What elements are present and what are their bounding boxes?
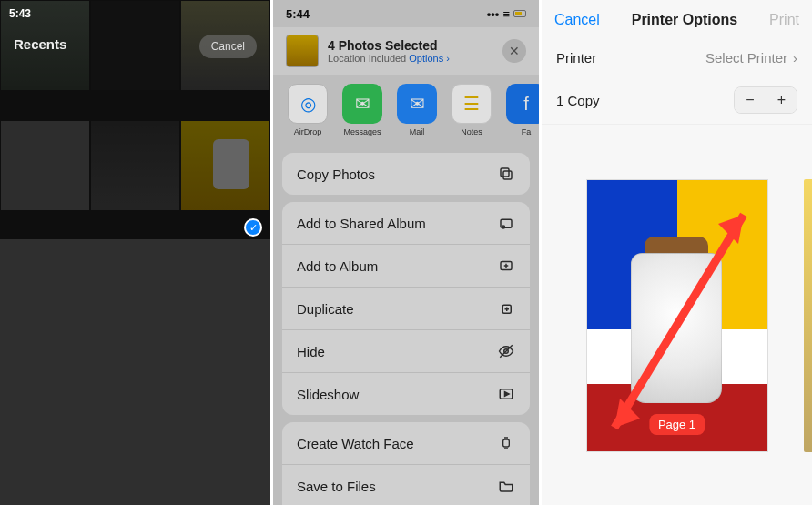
printer-options-panel: Cancel Printer Options Print Printer Sel… <box>542 0 812 505</box>
action-create-watch-face[interactable]: Create Watch Face <box>282 422 530 464</box>
copy-icon <box>497 165 515 183</box>
messages-icon: ✉ <box>342 84 382 124</box>
share-messages[interactable]: ✉Messages <box>342 84 382 136</box>
selection-check-icon[interactable]: ✓ <box>244 218 262 237</box>
play-rect-icon <box>497 385 515 403</box>
clock: 5:43 <box>9 7 31 20</box>
svg-marker-9 <box>505 392 510 397</box>
status-bar: 5:43 <box>0 0 270 27</box>
print-preview-page[interactable]: Page 1 <box>586 179 768 452</box>
clock: 5:44 <box>286 7 310 21</box>
options-link[interactable]: Options <box>409 53 443 64</box>
selection-count: 4 Photos Selected <box>328 38 493 53</box>
duplicate-icon <box>497 299 515 318</box>
copies-row: 1 Copy − + <box>542 76 812 125</box>
copies-stepper[interactable]: − + <box>734 86 797 114</box>
share-targets-row: ◎AirDrop ✉Messages ✉Mail ☰Notes fFa <box>273 75 539 146</box>
share-facebook[interactable]: fFa <box>506 84 539 136</box>
cancel-button[interactable]: Cancel <box>199 35 257 58</box>
status-bar: 5:44 •••≡ <box>273 0 539 27</box>
print-preview-area[interactable]: Page 1 <box>542 179 812 452</box>
dark-background <box>0 239 270 505</box>
printer-row[interactable]: Printer Select Printer› <box>542 40 812 76</box>
page-title: Printer Options <box>632 12 737 28</box>
page-badge: Page 1 <box>649 414 705 435</box>
printer-label: Printer <box>556 50 596 66</box>
airdrop-icon: ◎ <box>288 84 328 124</box>
share-airdrop[interactable]: ◎AirDrop <box>288 84 328 136</box>
svg-rect-10 <box>503 439 510 447</box>
action-group: Copy Photos <box>282 153 530 195</box>
eye-slash-icon <box>497 342 515 360</box>
album-title: Recents <box>14 36 66 52</box>
battery-icon <box>513 10 526 17</box>
action-group: Create Watch Face Save to Files Print Ap… <box>282 422 530 505</box>
action-save-to-files[interactable]: Save to Files <box>282 464 530 505</box>
share-sheet-panel: 5:44 •••≡ 4 Photos Selected Location Inc… <box>270 0 542 505</box>
mail-icon: ✉ <box>397 84 437 124</box>
action-copy-photos[interactable]: Copy Photos <box>282 153 530 195</box>
album-icon <box>497 257 515 275</box>
share-notes[interactable]: ☰Notes <box>452 84 492 136</box>
chevron-right-icon: › <box>793 50 797 66</box>
cancel-button[interactable]: Cancel <box>554 12 600 28</box>
status-icons: •••≡ <box>487 7 526 21</box>
share-header: 4 Photos Selected Location Included Opti… <box>273 27 539 75</box>
share-mail[interactable]: ✉Mail <box>397 84 437 136</box>
notes-icon: ☰ <box>452 84 492 124</box>
facebook-icon: f <box>506 84 539 124</box>
action-hide[interactable]: Hide <box>282 329 530 372</box>
stepper-plus[interactable]: + <box>766 87 797 113</box>
photos-library-panel: 5:43 Recents Cancel ✓ <box>0 0 270 505</box>
header-thumbnail <box>286 35 319 67</box>
nav-bar: Cancel Printer Options Print <box>542 0 812 40</box>
action-add-shared-album[interactable]: Add to Shared Album <box>282 202 530 244</box>
pinch-arrow-annotation <box>598 198 760 442</box>
printer-value: Select Printer <box>705 50 787 66</box>
svg-line-15 <box>614 215 744 428</box>
action-duplicate[interactable]: Duplicate <box>282 287 530 329</box>
action-group: Add to Shared Album Add to Album Duplica… <box>282 202 530 415</box>
svg-rect-0 <box>503 171 512 179</box>
copies-label: 1 Copy <box>556 93 600 108</box>
svg-rect-1 <box>501 168 509 177</box>
folder-icon <box>497 477 515 495</box>
action-add-album[interactable]: Add to Album <box>282 244 530 287</box>
watch-icon <box>497 434 515 452</box>
close-icon[interactable]: ✕ <box>502 39 526 63</box>
stepper-minus[interactable]: − <box>735 87 766 113</box>
action-slideshow[interactable]: Slideshow <box>282 372 530 415</box>
print-button-disabled[interactable]: Print <box>769 12 799 28</box>
shared-album-icon <box>497 214 515 232</box>
header-subtitle: Location Included Options › <box>328 53 493 64</box>
